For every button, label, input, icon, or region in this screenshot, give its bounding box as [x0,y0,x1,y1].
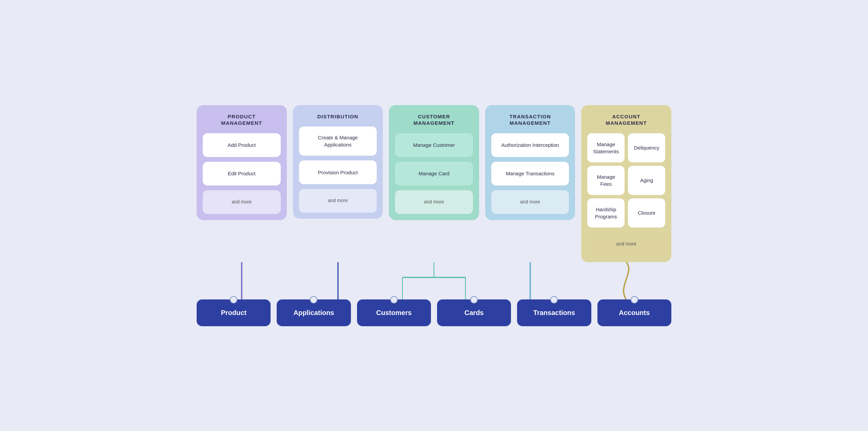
column-header-account-management: ACCOUNTMANAGEMENT [587,113,665,126]
bottom-box-transactions[interactable]: Transactions [517,299,591,326]
bottom-box-applications[interactable]: Applications [277,299,351,326]
column-account-management: ACCOUNTMANAGEMENT Manage Statements Deli… [581,105,671,262]
column-customer-management: CUSTOMERMANAGEMENT Manage Customer Manag… [389,105,479,220]
column-header-transaction-management: TRANSACTIONMANAGEMENT [491,113,569,126]
bottom-box-customers[interactable]: Customers [357,299,431,326]
card-deliquency[interactable]: Deliquency [628,133,665,162]
bottom-box-label-customers: Customers [376,309,412,316]
diagram-wrapper: PRODUCTMANAGEMENT Add Product Edit Produ… [197,105,671,326]
connector-customer [389,262,479,299]
card-create-manage-applications[interactable]: Create & Manage Applications [299,126,377,156]
connector-product [197,262,287,299]
connector-transaction [485,262,575,299]
card-and-more-transaction: and more [491,190,569,214]
bottom-box-label-cards: Cards [465,309,484,316]
card-and-more-account: and more [587,232,665,256]
bottom-box-cards[interactable]: Cards [437,299,511,326]
bottom-box-label-accounts: Accounts [619,309,650,316]
connector-account [581,262,671,299]
card-manage-customer[interactable]: Manage Customer [395,133,473,157]
card-aging[interactable]: Aging [628,166,665,195]
connector-distribution [293,262,383,299]
card-and-more-distribution: and more [299,189,377,213]
bottom-box-accounts[interactable]: Accounts [597,299,671,326]
columns-row: PRODUCTMANAGEMENT Add Product Edit Produ… [197,105,671,262]
card-provision-product[interactable]: Provision Product [299,160,377,184]
account-grid: Manage Statements Deliquency Manage Fees… [587,133,665,228]
card-manage-fees[interactable]: Manage Fees [587,166,625,195]
card-manage-statements[interactable]: Manage Statements [587,133,625,162]
card-authorization-interception[interactable]: Authorization Interception [491,133,569,157]
card-add-product[interactable]: Add Product [203,133,281,157]
column-transaction-management: TRANSACTIONMANAGEMENT Authorization Inte… [485,105,575,220]
column-distribution: DISTRIBUTION Create & Manage Application… [293,105,383,219]
card-manage-card[interactable]: Manage Card [395,162,473,185]
column-product-management: PRODUCTMANAGEMENT Add Product Edit Produ… [197,105,287,220]
column-header-product-management: PRODUCTMANAGEMENT [203,113,281,126]
card-manage-transactions[interactable]: Manage Transactions [491,162,569,185]
connectors-area [197,262,671,299]
card-closure[interactable]: Closure [628,198,665,228]
bottom-box-label-transactions: Transactions [533,309,575,316]
bottom-boxes-row: Product Applications Customers Cards Tra… [197,299,671,326]
bottom-box-label-product: Product [221,309,246,316]
card-edit-product[interactable]: Edit Product [203,162,281,185]
column-header-distribution: DISTRIBUTION [299,113,377,120]
bottom-box-product[interactable]: Product [197,299,271,326]
card-hardship-programs[interactable]: Hardship Programs [587,198,625,228]
card-and-more-product: and more [203,190,281,214]
card-and-more-customer: and more [395,190,473,214]
bottom-box-label-applications: Applications [293,309,334,316]
column-header-customer-management: CUSTOMERMANAGEMENT [395,113,473,126]
